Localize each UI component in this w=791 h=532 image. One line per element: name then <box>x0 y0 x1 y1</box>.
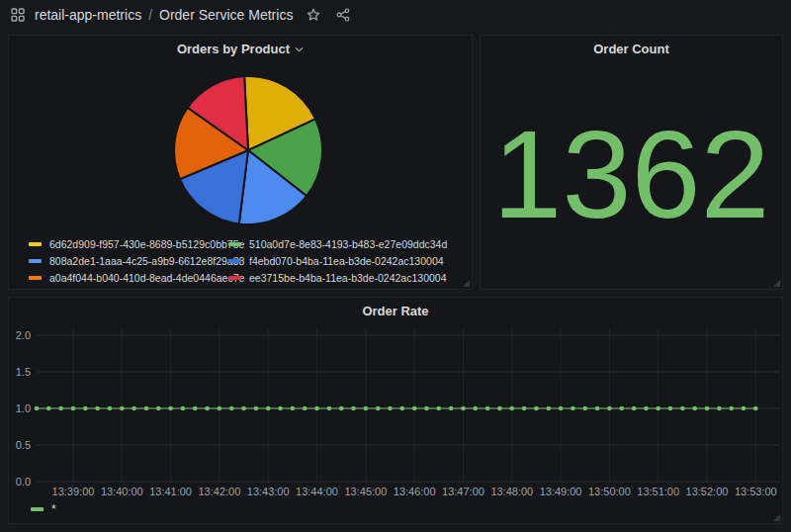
data-point[interactable] <box>656 406 660 411</box>
data-point[interactable] <box>559 406 564 411</box>
data-point[interactable] <box>461 406 466 411</box>
legend-item[interactable]: ee3715be-b4ba-11ea-b3de-0242ac130004 <box>228 272 447 283</box>
legend-item[interactable]: f4ebd070-b4ba-11ea-b3de-0242ac130004 <box>228 255 447 266</box>
legend-item[interactable]: 6d62d909-f957-430e-8689-b5129c0bb75e <box>29 238 228 249</box>
data-point[interactable] <box>510 406 515 411</box>
panel-title: Order Rate <box>362 304 428 318</box>
data-point[interactable] <box>71 406 76 411</box>
data-point[interactable] <box>644 406 649 411</box>
legend-swatch <box>31 507 44 511</box>
data-point[interactable] <box>583 406 588 411</box>
data-point[interactable] <box>437 406 442 411</box>
chevron-down-icon <box>295 46 304 52</box>
data-point[interactable] <box>607 406 612 411</box>
data-point[interactable] <box>132 406 136 411</box>
data-point[interactable] <box>95 406 100 411</box>
x-tick-label: 13:41:00 <box>149 486 192 497</box>
panel-resize-handle[interactable] <box>773 280 780 287</box>
data-point[interactable] <box>547 406 552 411</box>
data-point[interactable] <box>497 406 502 411</box>
data-point[interactable] <box>753 406 758 411</box>
share-icon[interactable] <box>335 7 351 23</box>
data-point[interactable] <box>254 406 259 411</box>
data-point[interactable] <box>388 406 393 411</box>
data-point[interactable] <box>376 406 381 411</box>
data-point[interactable] <box>278 406 283 411</box>
x-tick-label: 13:53:00 <box>735 486 777 497</box>
rate-legend: * <box>31 502 56 516</box>
data-point[interactable] <box>668 406 673 411</box>
data-point[interactable] <box>412 406 417 411</box>
data-point[interactable] <box>156 406 161 411</box>
panel-header-order-rate[interactable]: Order Rate <box>9 298 782 323</box>
data-point[interactable] <box>595 406 600 411</box>
data-point[interactable] <box>205 406 210 411</box>
time-series-chart: 13:39:0013:40:0013:41:0013:42:0013:43:00… <box>9 298 782 523</box>
data-point[interactable] <box>339 406 344 411</box>
data-point[interactable] <box>351 406 356 411</box>
data-point[interactable] <box>742 406 747 411</box>
data-point[interactable] <box>229 406 234 411</box>
legend-swatch <box>228 259 241 263</box>
legend-item[interactable]: 510a0d7e-8e83-4193-b483-e27e09ddc34d <box>228 238 447 249</box>
data-point[interactable] <box>108 406 113 411</box>
data-point[interactable] <box>571 406 575 411</box>
legend-item[interactable]: 808a2de1-1aaa-4c25-a9b9-6612e8f29a38 <box>29 255 228 266</box>
data-point[interactable] <box>327 406 332 411</box>
panel-order-count: Order Count 1362 <box>480 35 783 290</box>
y-tick-label: 1.0 <box>16 402 31 414</box>
y-tick-label: 0.0 <box>16 476 31 488</box>
data-point[interactable] <box>474 406 479 411</box>
legend-swatch <box>228 242 241 246</box>
data-point[interactable] <box>120 406 125 411</box>
data-point[interactable] <box>314 406 319 411</box>
data-point[interactable] <box>266 406 271 411</box>
panel-resize-handle[interactable] <box>463 280 470 287</box>
data-point[interactable] <box>619 406 624 411</box>
legend-label: 510a0d7e-8e83-4193-b483-e27e09ddc34d <box>249 238 447 250</box>
data-point[interactable] <box>729 406 734 411</box>
data-point[interactable] <box>193 406 198 411</box>
data-point[interactable] <box>181 406 186 411</box>
data-point[interactable] <box>83 406 88 411</box>
breadcrumb-folder[interactable]: retail-app-metrics <box>35 7 141 23</box>
panel-header-orders-by-product[interactable]: Orders by Product <box>9 36 472 61</box>
x-tick-label: 13:39:00 <box>52 486 95 497</box>
data-point[interactable] <box>35 406 40 411</box>
data-point[interactable] <box>485 406 490 411</box>
dashboards-grid-icon[interactable] <box>10 7 26 23</box>
panel-header-order-count[interactable]: Order Count <box>481 36 782 61</box>
data-point[interactable] <box>705 406 710 411</box>
data-point[interactable] <box>522 406 527 411</box>
data-point[interactable] <box>291 406 296 411</box>
data-point[interactable] <box>144 406 149 411</box>
star-icon[interactable] <box>306 7 321 23</box>
data-point[interactable] <box>241 406 246 411</box>
legend-label[interactable]: * <box>51 502 56 516</box>
data-point[interactable] <box>303 406 308 411</box>
data-point[interactable] <box>449 406 454 411</box>
x-tick-label: 13:46:00 <box>394 486 436 497</box>
data-point[interactable] <box>168 406 173 411</box>
breadcrumb: retail-app-metrics / Order Service Metri… <box>35 7 293 23</box>
legend-label: 6d62d909-f957-430e-8689-b5129c0bb75e <box>49 238 244 250</box>
data-point[interactable] <box>400 406 405 411</box>
x-tick-label: 13:48:00 <box>490 486 533 497</box>
x-tick-label: 13:49:00 <box>540 486 582 497</box>
data-point[interactable] <box>46 406 51 411</box>
data-point[interactable] <box>534 406 539 411</box>
pie-legend: 6d62d909-f957-430e-8689-b5129c0bb75e510a… <box>29 238 447 283</box>
data-point[interactable] <box>424 406 429 411</box>
data-point[interactable] <box>692 406 697 411</box>
legend-swatch <box>29 242 42 246</box>
breadcrumb-dashboard-title[interactable]: Order Service Metrics <box>159 7 293 23</box>
data-point[interactable] <box>58 406 63 411</box>
data-point[interactable] <box>364 406 369 411</box>
panel-resize-handle[interactable] <box>773 514 780 521</box>
data-point[interactable] <box>717 406 722 411</box>
legend-item[interactable]: a0a4f044-b040-410d-8ead-4de0446aec7e <box>29 272 228 283</box>
data-point[interactable] <box>218 406 222 411</box>
data-point[interactable] <box>680 406 685 411</box>
data-point[interactable] <box>632 406 637 411</box>
legend-swatch <box>29 259 42 263</box>
